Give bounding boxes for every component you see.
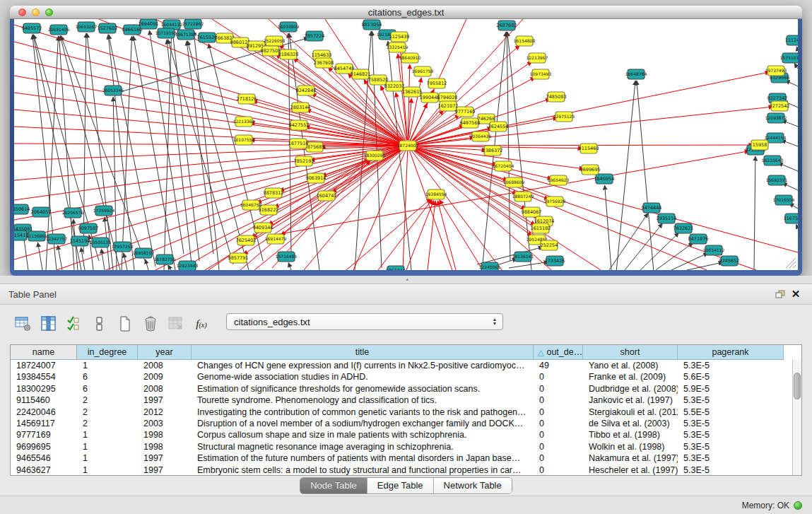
graph-edge[interactable] [14,42,408,146]
graph-node[interactable]: 10654112 [703,245,725,255]
graph-node[interactable]: 11156869 [26,231,48,241]
graph-node[interactable]: 20364436 [470,132,492,141]
graph-edge[interactable] [61,35,145,261]
graph-node[interactable]: 7625402 [236,235,257,245]
graph-edge[interactable] [58,245,62,270]
graph-node[interactable]: 19756928 [544,197,566,206]
graph-edge[interactable] [172,31,199,261]
graph-node[interactable]: 7857224 [305,31,325,41]
graph-edge[interactable] [671,253,708,270]
graph-edge[interactable] [146,259,148,270]
graph-node[interactable]: 9777169 [455,107,476,117]
graph-node[interactable]: 12093872 [765,113,787,123]
graph-node[interactable]: 15716485 [276,252,298,262]
graph-edge[interactable] [168,265,171,270]
graph-node[interactable]: 16720404 [493,161,514,171]
graph-node[interactable]: 1865015 [386,266,406,270]
window-titlebar[interactable]: citations_edges.txt [10,6,802,19]
graph-node[interactable]: 9427552 [289,120,310,130]
graph-node[interactable]: 8878312 [264,188,284,198]
graph-node[interactable]: 8186328 [278,49,299,59]
new-table-icon[interactable] [114,313,136,334]
graph-edge[interactable] [187,41,213,254]
splitter-handle-icon[interactable]: ▴ [406,277,413,281]
graph-node[interactable]: 20206576 [62,208,84,218]
graph-edge[interactable] [408,146,798,252]
graph-node[interactable]: 15722862 [182,19,204,29]
scrollbar-thumb[interactable] [794,373,801,399]
table-row[interactable]: 911546021997Tourette syndrome. Phenomeno… [11,395,784,406]
graph-node[interactable]: 15692371 [766,175,788,185]
graph-node[interactable]: 12342757 [46,234,68,244]
graph-node[interactable]: 10653267 [76,22,98,32]
graph-node[interactable]: 12923448 [177,261,199,270]
graph-edge[interactable] [437,201,456,270]
graph-node[interactable]: 2935114 [657,214,677,223]
graph-node[interactable]: 2367608 [314,58,334,68]
table-row[interactable]: 969969511998Structural magnetic resonanc… [11,441,784,452]
graph-node[interactable]: 1112433 [785,35,798,45]
graph-node[interactable]: 1350614 [14,204,30,214]
graph-node[interactable]: 1167533 [784,214,798,223]
graph-node[interactable]: 17359924 [93,206,115,216]
table-settings-icon[interactable] [13,313,34,334]
table-row[interactable]: 977716911998Corpus callosum shape and si… [11,429,784,440]
graph-node[interactable]: 9245652 [719,256,740,266]
graph-edge[interactable] [625,223,662,270]
graph-edge[interactable] [81,247,85,270]
graph-node[interactable]: 16914479 [265,234,287,244]
graph-edge[interactable] [312,93,403,143]
graph-node[interactable]: 1145194 [70,236,90,246]
minimize-window-icon[interactable] [32,8,40,16]
delete-trash-icon[interactable] [140,313,161,334]
close-window-icon[interactable] [18,8,26,16]
table-row[interactable]: 1456911722003Disruption of a novel membe… [11,418,784,429]
graph-node[interactable]: 18671388 [175,30,197,40]
column-header-short[interactable]: short [583,345,678,359]
graph-edge[interactable] [164,31,172,270]
graph-node[interactable]: 7485083 [546,92,567,102]
table-row[interactable]: 946554611997Estimation of the future num… [11,452,784,464]
graph-node[interactable]: 17957253 [112,242,134,252]
graph-node[interactable]: 1604747 [317,191,337,201]
graph-edge[interactable] [288,262,291,270]
graph-node[interactable]: 1125439 [389,32,410,42]
graph-edge[interactable] [796,224,798,228]
graph-node[interactable]: 9272542 [770,101,790,111]
graph-node[interactable]: 9063914 [306,173,326,183]
table-selector-dropdown[interactable]: citations_edges.txt ▲▼ [226,313,503,330]
column-header-in_degree[interactable]: in_degree [77,345,138,359]
graph-node[interactable]: 1527602 [98,23,118,33]
function-builder-icon[interactable]: f(x) [191,313,212,334]
table-row[interactable]: 946362711997Embryonic stem cells: a mode… [11,465,784,476]
graph-edge[interactable] [794,63,798,69]
graph-node[interactable]: 19654923 [548,175,570,185]
graph-node[interactable]: 16033809 [278,22,300,32]
graph-node[interactable]: 2064057 [31,207,52,217]
graph-node[interactable]: 7632621 [673,223,694,233]
graph-node[interactable]: 16961758 [412,66,434,76]
column-header-out_degree[interactable]: △out_de… [534,345,583,359]
graph-node[interactable]: 1877516 [288,139,309,148]
select-all-icon[interactable] [64,313,85,334]
graph-edge[interactable] [403,146,408,270]
graph-node[interactable]: 12245065 [479,262,501,270]
graph-node[interactable]: 2386372 [483,146,503,156]
graph-node[interactable]: 10107554 [233,135,255,145]
graph-node[interactable]: 12213967 [526,53,548,63]
graph-node[interactable]: 13505135 [90,238,112,247]
graph-node[interactable]: 9115460 [579,144,599,153]
graph-edge[interactable] [83,33,86,254]
graph-edge[interactable] [507,32,510,261]
graph-node[interactable]: 19737493 [765,66,787,76]
graph-node[interactable]: 2803144 [290,103,311,112]
panel-splitter[interactable]: ▴ [0,276,812,284]
table-row[interactable]: 1872400712008Changes of HCN gene express… [11,360,784,371]
network-graph[interactable]: 9405572206914061065326715276028466160169… [14,19,798,270]
graph-node[interactable]: 9884067 [522,207,542,217]
table-vertical-scrollbar[interactable] [792,360,801,475]
column-header-pagerank[interactable]: pagerank [678,345,784,359]
graph-node[interactable]: 19384554 [425,189,447,199]
graph-edge[interactable] [616,81,635,270]
column-header-title[interactable]: title [192,345,534,359]
